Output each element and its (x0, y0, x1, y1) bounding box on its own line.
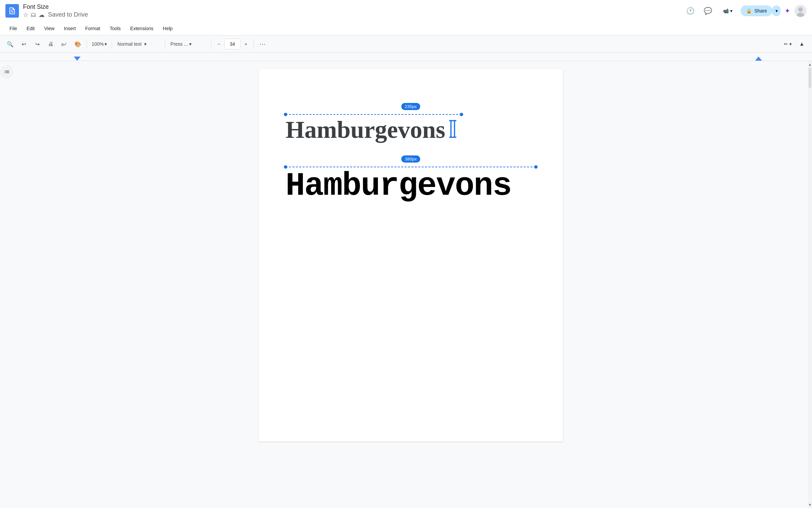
measurement-block-2: 380px Hamburgevons (286, 155, 536, 203)
font-size-control: − + (214, 39, 251, 49)
lock-icon: 🔒 (746, 8, 752, 14)
scroll-thumb[interactable] (809, 68, 811, 88)
menu-edit[interactable]: Edit (23, 24, 39, 33)
outline-button[interactable] (0, 65, 14, 79)
outline-sidebar (0, 61, 14, 508)
menu-extensions[interactable]: Extensions (126, 24, 157, 33)
search-button[interactable]: 🔍 (4, 38, 16, 50)
docs-logo-icon (8, 7, 16, 15)
measurement-label-1: 235px (401, 103, 420, 110)
measure-label-container-1: 235px (286, 103, 536, 113)
menu-bar: File Edit View Insert Format Tools Exten… (0, 22, 812, 35)
saved-label: Saved to Drive (48, 11, 88, 18)
doc-title[interactable]: Font Size (23, 3, 88, 10)
cloud-icon: ☁ (39, 11, 45, 19)
share-dropdown-button[interactable]: ▾ (772, 5, 781, 16)
dot-left-2 (284, 165, 287, 169)
dot-left-1 (284, 113, 287, 116)
title-icons: ☆ 🗂 ☁ Saved to Drive (23, 11, 88, 19)
zoom-chevron-icon: ▾ (105, 41, 107, 47)
menu-help[interactable]: Help (159, 24, 177, 33)
pen-chevron-icon: ▾ (789, 41, 792, 47)
paint-format-button[interactable]: 🎨 (72, 38, 84, 50)
doc-icon (5, 4, 19, 18)
menu-tools[interactable]: Tools (106, 24, 125, 33)
style-chevron-icon: ▾ (144, 41, 146, 47)
share-button[interactable]: 🔒 Share (741, 5, 772, 16)
meet-icon: 📹 (723, 8, 729, 14)
divider-5 (253, 40, 254, 48)
zoom-label: 100% (92, 41, 104, 47)
dot-right-2 (534, 165, 538, 169)
font-chevron-icon: ▾ (189, 41, 191, 47)
document-page: 235px Hamburgevons 𝕀 380px (258, 69, 563, 442)
folder-icon[interactable]: 🗂 (30, 11, 37, 18)
divider-2 (112, 40, 112, 48)
toolbar: 🔍 ↩ ↪ 🖨 a✓ 🎨 100% ▾ Normal text ▾ Press … (0, 35, 812, 53)
main-area: 235px Hamburgevons 𝕀 380px (0, 61, 812, 508)
text-hamburgevons-2: Hamburgevons (286, 168, 511, 205)
meet-button[interactable]: 📹 ▾ (719, 6, 737, 16)
font-size-input[interactable] (224, 39, 241, 49)
print-button[interactable]: 🖨 (45, 38, 57, 50)
undo-button[interactable]: ↩ (18, 38, 30, 50)
menu-format[interactable]: Format (81, 24, 104, 33)
text-row-1: Hamburgevons 𝕀 (286, 118, 536, 142)
pen-button[interactable]: ✏ ▾ (781, 40, 794, 48)
comments-button[interactable]: 💬 (701, 4, 715, 18)
decrease-font-size-button[interactable]: − (214, 39, 224, 49)
menu-insert[interactable]: Insert (60, 24, 80, 33)
divider-3 (165, 40, 165, 48)
share-group: 🔒 Share ▾ (741, 5, 781, 16)
user-avatar-icon (794, 5, 807, 17)
text-hamburgevons-1: Hamburgevons (286, 118, 445, 142)
left-ruler-marker[interactable] (74, 57, 81, 61)
share-label: Share (754, 8, 767, 14)
title-right: 🕐 💬 📹 ▾ 🔒 Share ▾ ✦ (684, 4, 807, 18)
font-selector[interactable]: Press ... ▾ (168, 40, 208, 48)
title-section: Font Size ☆ 🗂 ☁ Saved to Drive (23, 3, 88, 19)
divider-4 (211, 40, 211, 48)
scroll-down-button[interactable]: ▼ (808, 501, 812, 508)
more-options-button[interactable]: ⋯ (256, 38, 269, 50)
gemini-icon[interactable]: ✦ (785, 7, 790, 15)
text-cursor-1: 𝕀 (448, 118, 457, 142)
measure-label-container-2: 380px (286, 155, 536, 165)
menu-view[interactable]: View (40, 24, 59, 33)
zoom-selector[interactable]: 100% ▾ (90, 40, 109, 48)
text-row-2: Hamburgevons (286, 170, 536, 203)
dot-right-1 (460, 113, 463, 116)
dashed-rule-2 (286, 167, 536, 167)
ruler-area (0, 53, 812, 61)
divider-1 (87, 40, 87, 48)
dashed-rule-1 (286, 114, 461, 115)
menu-file[interactable]: File (5, 24, 21, 33)
svg-point-1 (798, 7, 803, 12)
toolbar-right: ✏ ▾ ▲ (781, 38, 808, 50)
meet-chevron: ▾ (730, 8, 732, 14)
redo-button[interactable]: ↪ (31, 38, 43, 50)
scroll-up-button[interactable]: ▲ (808, 61, 812, 68)
style-label: Normal text (117, 41, 142, 47)
measurement-block-1: 235px Hamburgevons 𝕀 (286, 103, 536, 142)
increase-font-size-button[interactable]: + (241, 39, 251, 49)
spellcheck-button[interactable]: a✓ (58, 38, 70, 50)
right-ruler-marker[interactable] (755, 57, 762, 61)
style-selector[interactable]: Normal text ▾ (115, 40, 162, 48)
measurement-label-2: 380px (401, 155, 420, 163)
font-label: Press ... (171, 41, 188, 47)
pen-icon: ✏ (784, 41, 788, 47)
scroll-area[interactable]: 235px Hamburgevons 𝕀 380px (14, 61, 808, 508)
outline-list-icon (4, 69, 10, 75)
avatar[interactable] (794, 5, 807, 17)
star-icon[interactable]: ☆ (23, 11, 28, 19)
title-bar: Font Size ☆ 🗂 ☁ Saved to Drive 🕐 💬 📹 ▾ 🔒… (0, 0, 812, 22)
collapse-toolbar-button[interactable]: ▲ (796, 38, 808, 50)
history-button[interactable]: 🕐 (684, 4, 697, 18)
right-scrollbar: ▲ ▼ (808, 61, 812, 508)
